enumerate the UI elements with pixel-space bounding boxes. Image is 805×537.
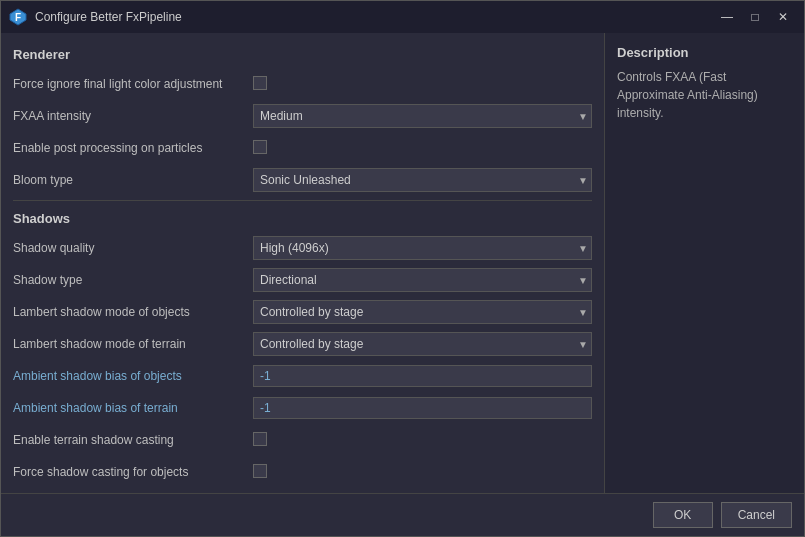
lambert-terrain-select[interactable]: Controlled by stage Controlled stage Alw… [253,332,592,356]
fxaa-select-wrapper: Low Medium High Ultra ▼ [253,104,592,128]
control-shadow-type: Directional Omnidirectional None ▼ [253,268,592,292]
label-ambient-terrain: Ambient shadow bias of terrain [13,401,253,415]
dialog-title: Configure Better FxPipeline [35,10,714,24]
field-shadow-type: Shadow type Directional Omnidirectional … [13,268,592,292]
checkbox-enable-post[interactable] [253,140,267,154]
checkbox-force-ignore[interactable] [253,76,267,90]
lambert-objects-wrapper: Controlled by stage Controlled stage Alw… [253,300,592,324]
field-ambient-objects: Ambient shadow bias of objects [13,364,592,388]
label-bloom-type: Bloom type [13,173,253,187]
label-shadow-type: Shadow type [13,273,253,287]
description-title: Description [617,45,792,60]
label-terrain-casting: Enable terrain shadow casting [13,433,253,447]
control-force-casting [253,464,592,481]
section-divider-1 [13,200,592,201]
lambert-objects-select[interactable]: Controlled by stage Controlled stage Alw… [253,300,592,324]
ambient-objects-input[interactable] [253,365,592,387]
field-fxaa-intensity: FXAA intensity Low Medium High Ultra ▼ [13,104,592,128]
checkbox-terrain-casting[interactable] [253,432,267,446]
right-panel: Description Controls FXAA (Fast Approxim… [604,33,804,493]
control-ambient-terrain [253,397,592,419]
window-controls: — □ ✕ [714,7,796,27]
field-force-casting: Force shadow casting for objects [13,460,592,484]
shadow-quality-wrapper: Low (512x) Medium (1024x) High (4096x) U… [253,236,592,260]
field-terrain-casting: Enable terrain shadow casting [13,428,592,452]
bloom-type-select[interactable]: Sonic Unleashed Classic None [253,168,592,192]
control-terrain-casting [253,432,592,449]
configure-dialog: F Configure Better FxPipeline — □ ✕ Rend… [0,0,805,537]
field-force-ignore: Force ignore final light color adjustmen… [13,72,592,96]
shadow-type-select[interactable]: Directional Omnidirectional None [253,268,592,292]
control-enable-post [253,140,592,157]
control-shadow-quality: Low (512x) Medium (1024x) High (4096x) U… [253,236,592,260]
lambert-terrain-wrapper: Controlled by stage Controlled stage Alw… [253,332,592,356]
field-lambert-terrain: Lambert shadow mode of terrain Controlle… [13,332,592,356]
label-fxaa-intensity: FXAA intensity [13,109,253,123]
field-shadow-quality: Shadow quality Low (512x) Medium (1024x)… [13,236,592,260]
shadows-section: Shadows Shadow quality Low (512x) Medium… [13,211,592,484]
minimize-button[interactable]: — [714,7,740,27]
description-text: Controls FXAA (Fast Approximate Anti-Ali… [617,68,792,122]
dialog-body: Renderer Force ignore final light color … [1,33,804,493]
control-force-ignore [253,76,592,93]
app-icon: F [9,8,27,26]
label-lambert-terrain: Lambert shadow mode of terrain [13,337,253,351]
label-ambient-objects: Ambient shadow bias of objects [13,369,253,383]
field-lambert-objects: Lambert shadow mode of objects Controlle… [13,300,592,324]
field-ambient-terrain: Ambient shadow bias of terrain [13,396,592,420]
control-lambert-objects: Controlled by stage Controlled stage Alw… [253,300,592,324]
dialog-footer: OK Cancel [1,493,804,536]
label-force-casting: Force shadow casting for objects [13,465,253,479]
cancel-button[interactable]: Cancel [721,502,792,528]
control-bloom-type: Sonic Unleashed Classic None ▼ [253,168,592,192]
renderer-header: Renderer [13,47,592,62]
close-button[interactable]: ✕ [770,7,796,27]
label-shadow-quality: Shadow quality [13,241,253,255]
ambient-terrain-input[interactable] [253,397,592,419]
label-enable-post: Enable post processing on particles [13,141,253,155]
control-fxaa-intensity: Low Medium High Ultra ▼ [253,104,592,128]
control-ambient-objects [253,365,592,387]
label-lambert-objects: Lambert shadow mode of objects [13,305,253,319]
ok-button[interactable]: OK [653,502,713,528]
label-force-ignore: Force ignore final light color adjustmen… [13,77,253,91]
svg-text:F: F [15,12,21,23]
title-bar: F Configure Better FxPipeline — □ ✕ [1,1,804,33]
left-panel: Renderer Force ignore final light color … [1,33,604,493]
shadow-quality-select[interactable]: Low (512x) Medium (1024x) High (4096x) U… [253,236,592,260]
field-enable-post: Enable post processing on particles [13,136,592,160]
shadows-header: Shadows [13,211,592,226]
bloom-select-wrapper: Sonic Unleashed Classic None ▼ [253,168,592,192]
control-lambert-terrain: Controlled by stage Controlled stage Alw… [253,332,592,356]
field-bloom-type: Bloom type Sonic Unleashed Classic None … [13,168,592,192]
renderer-section: Renderer Force ignore final light color … [13,47,592,192]
checkbox-force-casting[interactable] [253,464,267,478]
scroll-area[interactable]: Renderer Force ignore final light color … [1,33,604,493]
fxaa-intensity-select[interactable]: Low Medium High Ultra [253,104,592,128]
shadow-type-wrapper: Directional Omnidirectional None ▼ [253,268,592,292]
maximize-button[interactable]: □ [742,7,768,27]
